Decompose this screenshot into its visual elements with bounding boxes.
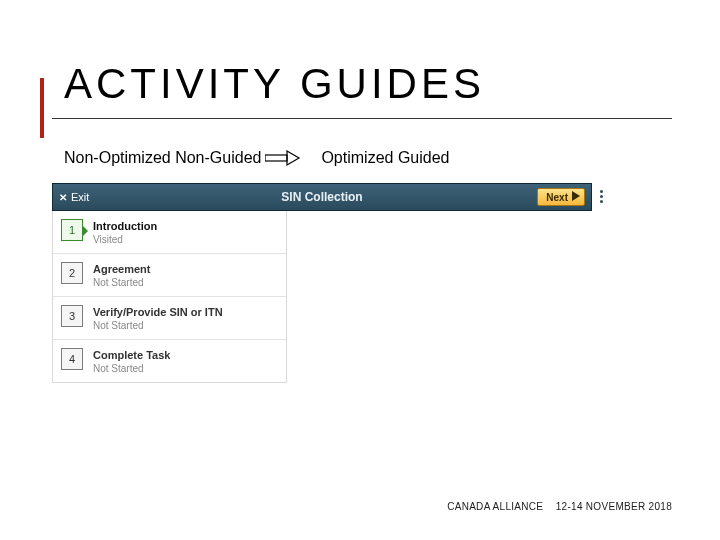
step-text: AgreementNot Started [93, 262, 150, 288]
footer-org: CANADA ALLIANCE [447, 501, 543, 512]
steps-list: 1IntroductionVisited2AgreementNot Starte… [52, 211, 287, 383]
label-non-optimized: Non-Optimized Non-Guided [64, 149, 261, 167]
step-text: Verify/Provide SIN or ITNNot Started [93, 305, 223, 331]
accent-bar [40, 78, 44, 138]
step-badge: 2 [61, 262, 83, 284]
step-status: Not Started [93, 320, 223, 331]
step-row[interactable]: 2AgreementNot Started [53, 254, 286, 297]
step-status: Visited [93, 234, 157, 245]
chevron-right-icon [572, 191, 580, 203]
exit-button[interactable]: ✕ Exit [59, 191, 89, 203]
step-title: Introduction [93, 220, 157, 232]
title-underline [52, 118, 672, 119]
labels-row: Non-Optimized Non-Guided Optimized Guide… [64, 149, 672, 167]
step-title: Agreement [93, 263, 150, 275]
step-title: Complete Task [93, 349, 170, 361]
step-row[interactable]: 3Verify/Provide SIN or ITNNot Started [53, 297, 286, 340]
step-status: Not Started [93, 277, 150, 288]
step-badge: 4 [61, 348, 83, 370]
step-row[interactable]: 1IntroductionVisited [53, 211, 286, 254]
step-badge: 3 [61, 305, 83, 327]
next-button[interactable]: Next [537, 188, 585, 206]
footer-dates: 12-14 NOVEMBER 2018 [556, 501, 672, 512]
topbar-title: SIN Collection [281, 190, 362, 204]
exit-label: Exit [71, 191, 89, 203]
kebab-menu-icon[interactable] [598, 188, 605, 205]
step-status: Not Started [93, 363, 170, 374]
slide-footer: CANADA ALLIANCE 12-14 NOVEMBER 2018 [447, 501, 672, 512]
topbar: ✕ Exit SIN Collection Next [52, 183, 592, 211]
step-badge: 1 [61, 219, 83, 241]
step-title: Verify/Provide SIN or ITN [93, 306, 223, 318]
step-text: IntroductionVisited [93, 219, 157, 245]
step-text: Complete TaskNot Started [93, 348, 170, 374]
label-optimized: Optimized Guided [321, 149, 449, 167]
svg-marker-1 [287, 151, 299, 165]
next-label: Next [546, 192, 568, 203]
step-row[interactable]: 4Complete TaskNot Started [53, 340, 286, 382]
svg-marker-2 [572, 191, 580, 201]
svg-rect-0 [265, 155, 287, 161]
close-icon: ✕ [59, 192, 67, 203]
arrow-right-icon [265, 149, 301, 167]
activity-guide-embed: ✕ Exit SIN Collection Next 1Introduction… [52, 183, 672, 383]
page-title: ACTIVITY GUIDES [64, 60, 672, 108]
